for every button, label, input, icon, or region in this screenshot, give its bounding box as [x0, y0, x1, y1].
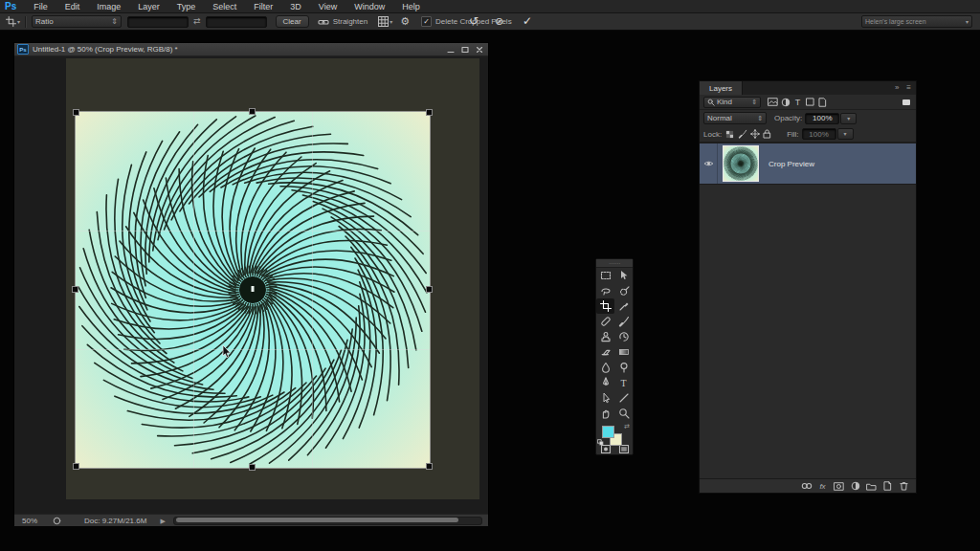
- ratio-preset-select[interactable]: Ratio ⇕: [32, 15, 122, 28]
- crop-handle-bottom-center[interactable]: [249, 464, 256, 471]
- crop-handle-top-right[interactable]: [426, 109, 433, 116]
- foreground-color-swatch[interactable]: [602, 426, 614, 438]
- document-titlebar[interactable]: Ps Untitled-1 @ 50% (Crop Preview, RGB/8…: [14, 43, 488, 56]
- overlay-dropdown-icon[interactable]: ▾: [390, 19, 392, 25]
- tool-dodge[interactable]: [614, 360, 633, 375]
- opacity-dropdown[interactable]: ▾: [840, 113, 857, 124]
- lock-position-icon[interactable]: [748, 128, 761, 141]
- canvas-area[interactable]: [14, 56, 488, 514]
- crop-width-input[interactable]: [127, 16, 189, 28]
- clear-button[interactable]: Clear: [276, 15, 309, 28]
- tool-history-brush[interactable]: [614, 329, 633, 344]
- horizontal-scrollbar-thumb[interactable]: [176, 518, 459, 522]
- fill-dropdown[interactable]: ▾: [837, 128, 854, 140]
- filter-shape-layers-icon[interactable]: [804, 96, 816, 108]
- menu-layer[interactable]: Layer: [129, 2, 168, 11]
- menu-select[interactable]: Select: [204, 2, 245, 11]
- menu-image[interactable]: Image: [88, 2, 129, 11]
- menu-edit[interactable]: Edit: [56, 2, 89, 11]
- photoshop-app: Ps File Edit Image Layer Type Select Fil…: [0, 0, 980, 551]
- crop-preview-region[interactable]: [76, 112, 430, 468]
- tool-shape[interactable]: [614, 390, 633, 406]
- menu-view[interactable]: View: [310, 2, 345, 11]
- menu-window[interactable]: Window: [345, 2, 393, 11]
- new-adjustment-layer-icon[interactable]: [849, 480, 861, 493]
- tools-panel-grip[interactable]: ⋯⋯: [596, 259, 633, 268]
- tool-preset-dropdown-icon[interactable]: ▾: [17, 19, 20, 25]
- filter-pixel-layers-icon[interactable]: [767, 96, 779, 108]
- menu-type[interactable]: Type: [168, 2, 205, 11]
- close-window-icon[interactable]: [474, 45, 485, 55]
- swap-colors-icon[interactable]: ⇄: [624, 423, 630, 430]
- crop-handle-top-left[interactable]: [73, 109, 79, 116]
- crop-height-input[interactable]: [206, 16, 267, 28]
- horizontal-scrollbar[interactable]: [173, 517, 482, 525]
- swap-width-height-icon[interactable]: ⇄: [193, 17, 201, 26]
- filter-type-layers-icon[interactable]: T: [791, 96, 804, 108]
- tool-lasso[interactable]: [596, 283, 614, 298]
- layer-name[interactable]: Crop Preview: [768, 160, 814, 168]
- link-layers-icon[interactable]: [800, 480, 813, 493]
- menu-filter[interactable]: Filter: [245, 2, 281, 11]
- tool-eyedropper[interactable]: [614, 298, 633, 314]
- new-group-folder-icon[interactable]: [865, 480, 878, 493]
- crop-handle-middle-right[interactable]: [426, 286, 433, 293]
- add-layer-mask-icon[interactable]: [833, 480, 845, 493]
- layer-thumbnail[interactable]: [723, 145, 759, 182]
- tool-gradient[interactable]: [614, 344, 633, 360]
- new-layer-icon[interactable]: [881, 480, 894, 493]
- tool-rectangular-marquee[interactable]: [596, 268, 614, 283]
- tool-type[interactable]: T: [614, 375, 633, 390]
- reset-crop-icon[interactable]: ↺: [469, 14, 479, 28]
- commit-crop-icon[interactable]: ✓: [523, 14, 532, 28]
- lock-all-icon[interactable]: [761, 128, 773, 141]
- tool-eraser[interactable]: [596, 344, 614, 360]
- tool-path-selection[interactable]: [596, 390, 614, 406]
- menu-3d[interactable]: 3D: [281, 2, 310, 11]
- workspace-switcher-select[interactable]: Helen's large screen ▾: [861, 15, 972, 28]
- layer-row-crop-preview[interactable]: Crop Preview: [700, 143, 916, 185]
- delete-layer-trash-icon[interactable]: [898, 480, 910, 493]
- tool-brush[interactable]: [614, 314, 633, 329]
- overlay-options-icon[interactable]: [377, 15, 390, 28]
- fill-value[interactable]: 100%: [802, 128, 836, 140]
- restore-window-icon[interactable]: [459, 45, 471, 55]
- tool-zoom[interactable]: [614, 406, 633, 421]
- collapse-panel-icon[interactable]: »: [895, 84, 899, 92]
- menu-help[interactable]: Help: [393, 2, 429, 11]
- lock-pixels-icon[interactable]: [736, 128, 748, 141]
- status-flyout-icon[interactable]: ▶: [160, 518, 165, 524]
- lock-label: Lock:: [703, 130, 722, 139]
- filter-adjustment-layers-icon[interactable]: [779, 96, 791, 108]
- panel-menu-icon[interactable]: ≡: [906, 84, 911, 92]
- crop-tool-preset-icon[interactable]: [5, 15, 17, 28]
- menu-file[interactable]: File: [25, 2, 56, 11]
- lock-transparent-icon[interactable]: [724, 128, 736, 141]
- delete-cropped-pixels-checkbox[interactable]: ✓: [421, 16, 432, 27]
- crop-handle-top-center[interactable]: [249, 108, 256, 115]
- crop-settings-gear-icon[interactable]: ⚙: [400, 16, 410, 27]
- straighten-icon[interactable]: [318, 15, 330, 28]
- tool-healing-brush[interactable]: [596, 314, 614, 329]
- tool-quick-selection[interactable]: [614, 283, 633, 298]
- layer-filtering-toggle[interactable]: [902, 99, 910, 105]
- filter-smart-objects-icon[interactable]: [816, 96, 829, 108]
- minimize-window-icon[interactable]: [445, 45, 457, 55]
- cancel-crop-icon[interactable]: ⊘: [495, 15, 503, 28]
- layer-visibility-toggle[interactable]: [700, 143, 718, 184]
- zoom-level[interactable]: 50%: [22, 517, 37, 525]
- tab-layers[interactable]: Layers: [700, 81, 743, 95]
- blend-mode-select[interactable]: Normal ⇕: [703, 112, 767, 124]
- tool-hand[interactable]: [596, 406, 614, 421]
- layer-style-fx-icon[interactable]: fx: [816, 480, 829, 493]
- tool-blur[interactable]: [596, 360, 614, 375]
- tool-clone-stamp[interactable]: [596, 329, 614, 344]
- crop-handle-bottom-right[interactable]: [426, 463, 433, 470]
- crop-handle-bottom-left[interactable]: [73, 463, 79, 470]
- filter-kind-select[interactable]: Kind ⇕: [703, 97, 761, 108]
- tool-crop-selected[interactable]: [596, 298, 614, 314]
- tool-move[interactable]: [614, 268, 633, 283]
- tool-pen[interactable]: [596, 375, 614, 390]
- opacity-value[interactable]: 100%: [805, 113, 839, 124]
- crop-handle-middle-left[interactable]: [72, 286, 78, 293]
